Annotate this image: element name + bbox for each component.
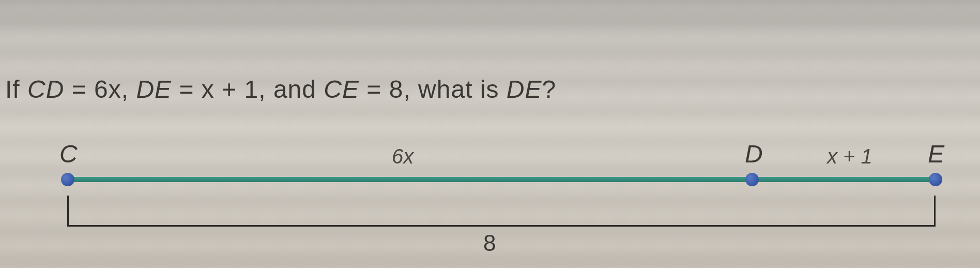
q-eq3: = 8, what is: [359, 76, 507, 103]
point-label-c: C: [59, 140, 78, 168]
q-var-cd: CD: [27, 76, 64, 103]
segment-label-de: x + 1: [827, 145, 872, 168]
total-bracket: [67, 201, 936, 227]
bracket-tick-right: [934, 196, 936, 227]
q-prefix: If: [5, 76, 27, 103]
q-var-de: DE: [136, 76, 172, 103]
q-var-de2: DE: [507, 76, 542, 103]
q-suffix: ?: [542, 76, 556, 103]
point-dot-e: [929, 173, 942, 186]
total-label: 8: [483, 230, 496, 256]
bracket-line: [67, 225, 936, 227]
point-dot-c: [61, 173, 74, 186]
q-var-ce: CE: [324, 76, 359, 103]
q-eq1: = 6x,: [64, 76, 136, 103]
point-label-e: E: [928, 140, 944, 168]
q-eq2: = x + 1, and: [172, 76, 324, 103]
segment-de-line: [755, 177, 936, 182]
segment-cd-line: [67, 177, 749, 182]
point-label-d: D: [745, 140, 763, 168]
point-dot-d: [745, 173, 759, 186]
bracket-tick-left: [67, 196, 69, 227]
segment-label-cd: 6x: [392, 145, 414, 168]
question-text: If CD = 6x, DE = x + 1, and CE = 8, what…: [5, 75, 556, 103]
segment-diagram: C D E 6x x + 1 8: [52, 140, 941, 254]
